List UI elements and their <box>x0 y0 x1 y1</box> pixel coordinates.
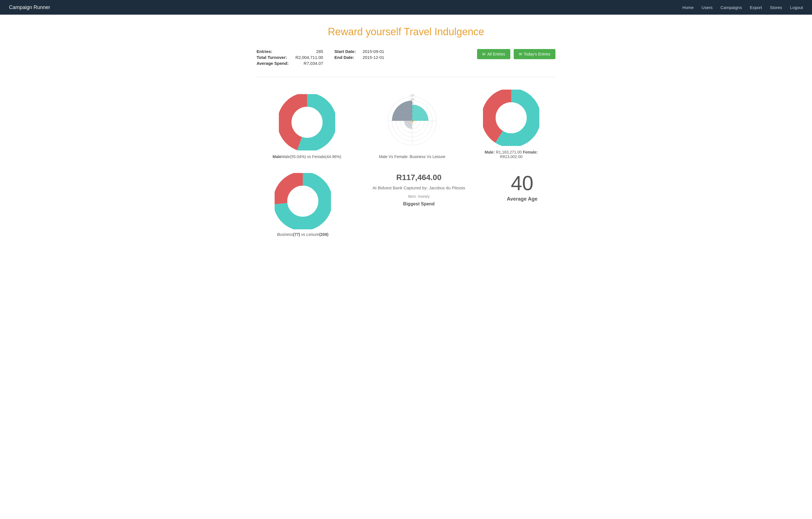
business-donut-svg <box>274 173 331 230</box>
end-date-label: End Date: <box>335 55 356 60</box>
gender-donut-svg <box>279 94 335 150</box>
stats-left: Entries: 285 Total Turnover: R2,004,711.… <box>257 49 323 66</box>
divider <box>257 77 555 77</box>
average-age-section: 40 Average Age <box>506 173 538 202</box>
biggest-spend-desc: At Bidvest Bank Captured by: Jacobus du … <box>373 185 465 191</box>
stats-middle: Start Date: 2015-09-01 End Date: 2015-12… <box>335 49 384 60</box>
envelope-icon <box>482 52 486 56</box>
svg-text:100: 100 <box>410 98 414 100</box>
all-entries-button[interactable]: All Entries <box>477 49 510 59</box>
entries-value: 285 <box>295 49 323 54</box>
nav-stores[interactable]: Stores <box>770 5 782 10</box>
start-date-label: Start Date: <box>335 49 356 54</box>
turnover-value: R2,004,711.00 <box>295 55 323 60</box>
avg-spend-value: R7,034.07 <box>295 61 323 66</box>
biggest-spend-item: Item: money <box>408 194 430 199</box>
nav-campaigns[interactable]: Campaigns <box>721 5 742 10</box>
nav-logout[interactable]: Logout <box>790 5 803 10</box>
end-date-value: 2015-12-01 <box>362 55 384 60</box>
business-donut-chart: Business(77) vs Leisure(208) <box>274 173 331 237</box>
polar-chart-label: Male Vs Female: Business Vs Leisure <box>379 154 445 159</box>
avg-spend-label: Average Spend: <box>257 61 289 66</box>
spend-donut-label: Male: R1,163,271.00 Female:R813,002.00 <box>485 150 538 159</box>
biggest-spend-amount: R117,464.00 <box>396 173 441 182</box>
polar-svg: 120 100 80 60 40 20 <box>381 89 443 150</box>
top-charts-row: MaleMale(55.04%) vs Female(44.96%) <box>257 89 555 159</box>
nav-links: Home Users Campaigns Export Stores Logou… <box>682 5 803 10</box>
today-entries-button[interactable]: Today's Entries <box>514 49 556 59</box>
main-content: Reward yourself Travel Indulgence Entrie… <box>251 14 561 248</box>
stats-section: Entries: 285 Total Turnover: R2,004,711.… <box>257 49 555 66</box>
nav-export[interactable]: Export <box>750 5 762 10</box>
gender-donut-chart: MaleMale(55.04%) vs Female(44.96%) <box>273 94 342 159</box>
start-date-value: 2015-09-01 <box>362 49 384 54</box>
polar-chart: 120 100 80 60 40 20 Male Vs Female: <box>379 89 445 159</box>
svg-point-21 <box>496 102 527 133</box>
navbar: Campaign Runner Home Users Campaigns Exp… <box>0 0 812 14</box>
nav-users[interactable]: Users <box>701 5 713 10</box>
biggest-spend-title: Biggest Spend <box>403 202 435 207</box>
svg-point-25 <box>287 186 318 217</box>
app-brand: Campaign Runner <box>9 4 50 10</box>
envelope-icon-2 <box>519 52 522 56</box>
spend-donut-svg <box>483 90 539 146</box>
nav-home[interactable]: Home <box>682 5 694 10</box>
turnover-label: Total Turnover: <box>257 55 289 60</box>
stats-buttons: All Entries Today's Entries <box>477 49 555 59</box>
gender-donut-label: MaleMale(55.04%) vs Female(44.96%) <box>273 154 342 159</box>
average-age-value: 40 <box>511 173 533 193</box>
average-age-label: Average Age <box>506 196 538 202</box>
svg-point-3 <box>292 107 323 138</box>
entries-label: Entries: <box>257 49 289 54</box>
svg-text:120: 120 <box>410 94 414 97</box>
bottom-row: Business(77) vs Leisure(208) R117,464.00… <box>257 173 555 237</box>
business-donut-label: Business(77) vs Leisure(208) <box>277 232 328 237</box>
page-title: Reward yourself Travel Indulgence <box>257 26 555 38</box>
spend-donut-chart: Male: R1,163,271.00 Female:R813,002.00 <box>483 90 539 159</box>
biggest-spend-section: R117,464.00 At Bidvest Bank Captured by:… <box>373 173 465 207</box>
